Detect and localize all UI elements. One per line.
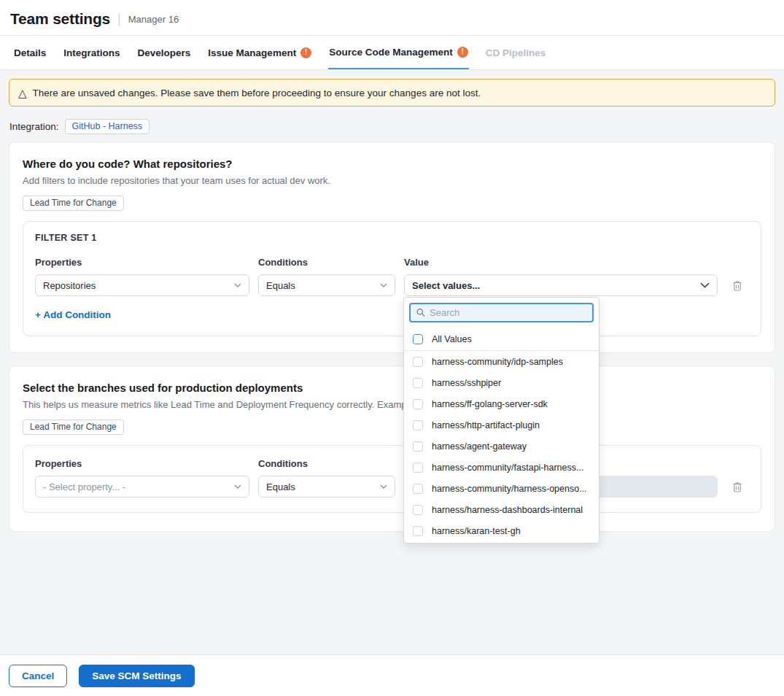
page-title: Team settings — [10, 10, 110, 28]
checkbox[interactable] — [413, 463, 423, 473]
list-item[interactable]: harness/agent-gateway — [404, 436, 599, 457]
properties-column-header: Properties — [35, 257, 249, 268]
content-area: △️⁠ There are unsaved changes. Please sa… — [0, 70, 784, 654]
list-item[interactable]: harness/… — [404, 541, 599, 544]
tab-cd-pipelines: CD Pipelines — [485, 36, 547, 69]
repositories-card-subtitle: Add filters to include repositories that… — [23, 175, 761, 186]
branches-card-title: Select the branches used for production … — [23, 382, 761, 394]
value-column-header: Value — [404, 257, 718, 268]
all-values-option[interactable]: All Values — [404, 328, 599, 351]
tab-details[interactable]: Details — [13, 36, 47, 69]
checkbox[interactable] — [413, 334, 423, 344]
chevron-down-icon — [234, 484, 241, 489]
checkbox[interactable] — [413, 505, 423, 515]
chevron-down-icon — [380, 283, 387, 287]
repositories-card-title: Where do you code? What repositories? — [23, 158, 761, 170]
search-input[interactable] — [430, 307, 586, 318]
list-item[interactable]: harness-community/idp-samples — [404, 351, 599, 372]
condition-select[interactable]: Equals — [258, 274, 395, 296]
checkbox[interactable] — [413, 484, 423, 494]
title-divider: | — [117, 12, 121, 27]
trash-icon — [731, 481, 743, 493]
chevron-down-icon — [234, 283, 241, 287]
checkbox[interactable] — [413, 420, 423, 430]
checkbox[interactable] — [413, 378, 423, 388]
values-dropdown: All Values harness-community/idp-samples… — [403, 297, 599, 544]
filter-set-panel: FILTER SET 1 Properties Conditions Value… — [23, 221, 761, 336]
list-item[interactable]: harness-community/fastapi-harness... — [404, 457, 599, 478]
cancel-button[interactable]: Cancel — [9, 665, 67, 687]
branch-filter-panel: Properties Conditions - Select property.… — [23, 445, 761, 513]
add-condition-button[interactable]: + Add Condition — [35, 309, 111, 320]
branches-card: Select the branches used for production … — [9, 366, 775, 532]
integration-chip: GitHub - Harness — [65, 119, 150, 134]
tab-source-code-management[interactable]: Source Code Management ! — [328, 36, 469, 69]
list-item[interactable]: harness/karan-test-gh — [404, 520, 599, 541]
lead-time-chip: Lead Time for Change — [23, 419, 124, 435]
chevron-down-icon — [380, 484, 387, 489]
branch-condition-select[interactable]: Equals — [258, 476, 395, 498]
conditions-column-header: Conditions — [258, 458, 395, 469]
delete-filter-button[interactable] — [731, 279, 743, 292]
properties-column-header: Properties — [35, 458, 249, 469]
list-item[interactable]: harness/ff-golang-server-sdk — [404, 393, 599, 414]
lead-time-chip: Lead Time for Change — [23, 196, 124, 211]
alert-badge-icon: ! — [457, 47, 468, 58]
branch-property-select[interactable]: - Select property... - — [35, 476, 249, 498]
filter-set-title: FILTER SET 1 — [35, 233, 749, 243]
list-item[interactable]: harness/sshpiper — [404, 372, 599, 393]
footer-action-bar: Cancel Save SCM Settings — [0, 654, 784, 696]
page-header: Team settings | Manager 16 — [0, 0, 784, 36]
search-icon — [416, 308, 425, 317]
checkbox[interactable] — [413, 441, 423, 452]
value-multiselect[interactable]: Select values... — [404, 274, 718, 296]
checkbox[interactable] — [413, 526, 423, 536]
conditions-column-header: Conditions — [258, 257, 395, 268]
warning-text: There are unsaved changes. Please save t… — [33, 88, 481, 98]
delete-filter-button[interactable] — [731, 481, 743, 493]
list-item[interactable]: harness/harness-dashboards-internal — [404, 499, 599, 520]
branches-card-subtitle: This helps us measure metrics like Lead … — [23, 399, 761, 410]
property-select[interactable]: Repositories — [35, 274, 249, 296]
tab-integrations[interactable]: Integrations — [63, 36, 120, 69]
checkbox[interactable] — [413, 357, 423, 367]
alert-badge-icon: ! — [300, 47, 311, 58]
checkbox[interactable] — [413, 399, 423, 409]
list-item[interactable]: harness-community/harness-openso... — [404, 478, 599, 499]
warning-triangle-icon: △️⁠ — [18, 88, 27, 98]
integration-label: Integration: — [9, 121, 59, 132]
dropdown-search — [409, 303, 594, 322]
chevron-down-icon — [700, 282, 710, 288]
integration-row: Integration: GitHub - Harness — [9, 119, 775, 134]
repositories-card: Where do you code? What repositories? Ad… — [9, 142, 775, 353]
tab-bar: Details Integrations Developers Issue Ma… — [0, 36, 784, 70]
team-name-label: Manager 16 — [128, 14, 179, 25]
list-item[interactable]: harness/http-artifact-plugin — [404, 414, 599, 436]
trash-icon — [731, 279, 743, 292]
unsaved-changes-banner: △️⁠ There are unsaved changes. Please sa… — [9, 79, 775, 107]
tab-issue-management[interactable]: Issue Management ! — [207, 36, 312, 69]
tab-developers[interactable]: Developers — [137, 36, 192, 69]
save-scm-settings-button[interactable]: Save SCM Settings — [79, 665, 194, 687]
